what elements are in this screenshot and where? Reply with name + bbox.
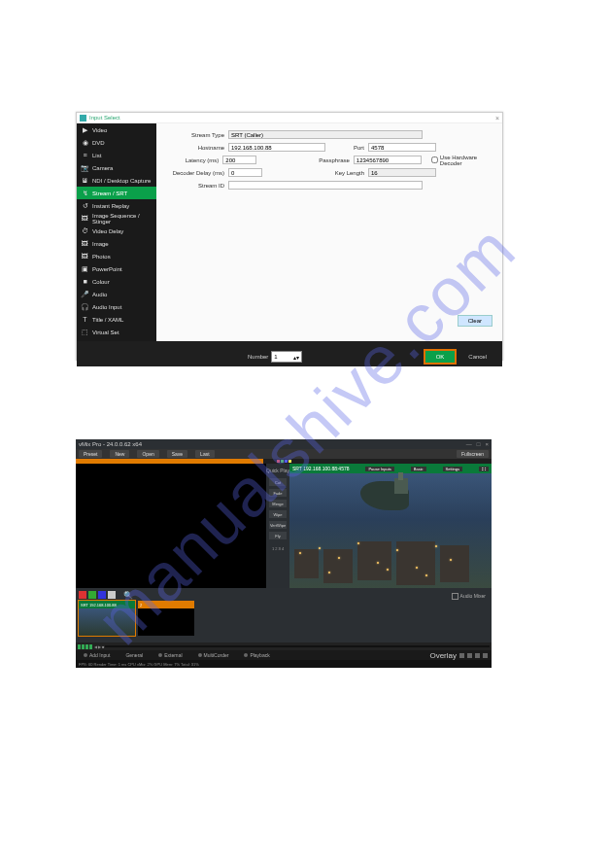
settings-button[interactable]: Settings xyxy=(443,467,462,471)
last-button[interactable]: Last xyxy=(195,450,214,458)
dialog-footer: Number 1▴▾ OK Cancel xyxy=(77,341,502,366)
number-spinner[interactable]: 1▴▾ xyxy=(271,351,302,363)
hw-decoder-check[interactable] xyxy=(431,156,438,163)
cancel-button[interactable]: Cancel xyxy=(458,351,496,363)
output-pane[interactable]: SRT 192.168.100.88:4578 Pause Inputs Bas… xyxy=(289,464,492,588)
gear-icon[interactable] xyxy=(483,653,488,658)
input-type-sidebar: ▶Video ◉DVD ≡List 📷Camera 🖥NDI / Desktop… xyxy=(77,123,156,341)
app-titlebar: vMix Pro - 24.0.0.62 x64 — □ × xyxy=(76,439,492,449)
sidebar-item-replay[interactable]: ↺Instant Replay xyxy=(77,199,156,212)
overlay-numbers: 1 2 3 4 xyxy=(272,546,284,551)
save-button[interactable]: Save xyxy=(167,450,187,458)
stream-id-input[interactable] xyxy=(228,181,423,190)
sidebar-item-virtualset[interactable]: ⬚Virtual Set xyxy=(77,326,156,338)
stream-icon: ↯ xyxy=(82,190,88,196)
category-all[interactable] xyxy=(108,591,116,599)
sidebar-item-colour[interactable]: ■Colour xyxy=(77,275,156,288)
fullscreen-button[interactable]: Fullscreen xyxy=(457,450,489,458)
clear-button[interactable]: Clear xyxy=(458,315,492,327)
input-thumb-1[interactable]: SRT 192.168.100.88 xyxy=(79,601,135,636)
add-input-button[interactable]: Add Input xyxy=(76,652,118,658)
category-red[interactable] xyxy=(79,591,86,599)
monitor-icon: 🖥 xyxy=(82,177,88,184)
vertwipe-button[interactable]: VertWipe xyxy=(269,521,287,529)
sidebar-item-list[interactable]: ≡List xyxy=(77,149,156,161)
wipe-button[interactable]: Wipe xyxy=(269,510,287,518)
port-input[interactable] xyxy=(368,143,436,152)
close-icon[interactable]: × xyxy=(485,441,489,447)
grid2-icon[interactable] xyxy=(467,653,472,658)
list-icon: ≡ xyxy=(82,152,88,158)
audio-mixer-toggle[interactable]: Audio Mixer xyxy=(452,593,486,600)
cut-button[interactable]: Cut xyxy=(269,478,287,486)
sidebar-item-audio[interactable]: 🎤Audio xyxy=(77,288,156,300)
sidebar-label: NDI / Desktop Capture xyxy=(92,178,151,184)
sidebar-item-title[interactable]: TTitle / XAML xyxy=(77,313,156,326)
grid-icon[interactable] xyxy=(459,653,464,658)
pause-inputs-button[interactable]: Pause Inputs xyxy=(365,467,393,471)
fly-button[interactable]: Fly xyxy=(269,532,287,539)
output-stream-label: SRT 192.168.100.88:4578 xyxy=(292,466,349,471)
sidebar-item-delay[interactable]: ⏱Video Delay xyxy=(77,225,156,237)
open-button[interactable]: Open xyxy=(137,450,158,458)
preset-button[interactable]: Preset xyxy=(79,450,102,458)
maximize-icon[interactable]: □ xyxy=(477,441,481,447)
latency-input[interactable] xyxy=(222,156,256,164)
hostname-input[interactable] xyxy=(228,143,325,152)
sidebar-item-dvd[interactable]: ◉DVD xyxy=(77,136,156,149)
camera-icon: 📷 xyxy=(82,164,88,171)
sidebar-item-webbrowser[interactable]: 🌐Web Browser xyxy=(77,338,156,341)
tab-general[interactable]: General xyxy=(118,652,151,658)
main-area: Quick Play Cut Fade Merge Wipe VertWipe … xyxy=(76,464,492,588)
sidebar-item-powerpoint[interactable]: ▣PowerPoint xyxy=(77,262,156,275)
key-length-dropdown[interactable] xyxy=(368,168,436,177)
decoder-delay-input[interactable] xyxy=(228,168,262,177)
tab-external[interactable]: External xyxy=(151,652,189,658)
sidebar-label: Video Delay xyxy=(92,228,123,234)
decoder-delay-label: Decoder Delay (ms) xyxy=(164,170,228,176)
sidebar-item-stream-srt[interactable]: ↯Stream / SRT xyxy=(77,187,156,199)
basic-button[interactable]: Basic xyxy=(411,467,426,471)
hostname-label: Hostname xyxy=(164,145,228,151)
sidebar-item-ndi[interactable]: 🖥NDI / Desktop Capture xyxy=(77,174,156,187)
fullscreen-icon[interactable]: ⛶ xyxy=(479,467,489,471)
search-icon[interactable]: 🔍 xyxy=(123,591,133,600)
sidebar-item-photos[interactable]: 🖼Photos xyxy=(77,250,156,262)
passphrase-input[interactable] xyxy=(354,156,422,164)
image-icon: 🖼 xyxy=(82,215,88,222)
new-button[interactable]: New xyxy=(110,450,129,458)
sidebar-item-audio-input[interactable]: 🎧Audio Input xyxy=(77,300,156,313)
minimize-icon[interactable]: — xyxy=(466,441,472,447)
sidebar-item-video[interactable]: ▶Video xyxy=(77,123,156,136)
input-thumb-2[interactable]: 2 xyxy=(138,601,194,636)
sidebar-item-sequence[interactable]: 🖼Image Sequence / Stinger xyxy=(77,212,156,225)
tab-multicorder[interactable]: MultiCorder xyxy=(190,652,237,658)
close-icon[interactable]: × xyxy=(495,115,499,122)
sidebar-label: Stream / SRT xyxy=(92,191,127,196)
category-green[interactable] xyxy=(88,591,96,599)
sidebar-label: Video xyxy=(92,127,107,133)
sidebar-label: Virtual Set xyxy=(92,330,119,335)
app-toolbar: Preset New Open Save Last Fullscreen xyxy=(76,449,492,459)
tab-playback[interactable]: Playback xyxy=(236,652,277,658)
sidebar-item-image[interactable]: 🖼Image xyxy=(77,237,156,250)
grid3-icon[interactable] xyxy=(475,653,480,658)
category-blue[interactable] xyxy=(98,591,106,599)
square-icon: ■ xyxy=(82,278,88,285)
replay-icon: ↺ xyxy=(82,202,88,209)
number-label: Number xyxy=(248,354,268,360)
stream-id-label: Stream ID xyxy=(164,183,228,189)
dialog-title: Input Select xyxy=(89,115,120,121)
ok-button[interactable]: OK xyxy=(425,351,456,363)
sidebar-item-camera[interactable]: 📷Camera xyxy=(77,161,156,174)
output-video-scene xyxy=(289,473,492,588)
app-title: vMix Pro - 24.0.0.62 x64 xyxy=(79,441,142,447)
preview-pane[interactable] xyxy=(76,464,266,588)
hw-decoder-checkbox[interactable]: Use Hardware Decoder xyxy=(431,155,494,166)
sidebar-label: Colour xyxy=(92,279,110,285)
fade-button[interactable]: Fade xyxy=(269,489,287,497)
thumb-2-preview xyxy=(138,608,194,636)
stream-type-dropdown[interactable] xyxy=(228,130,423,139)
latency-label: Latency (ms) xyxy=(164,157,222,163)
merge-button[interactable]: Merge xyxy=(269,500,287,507)
